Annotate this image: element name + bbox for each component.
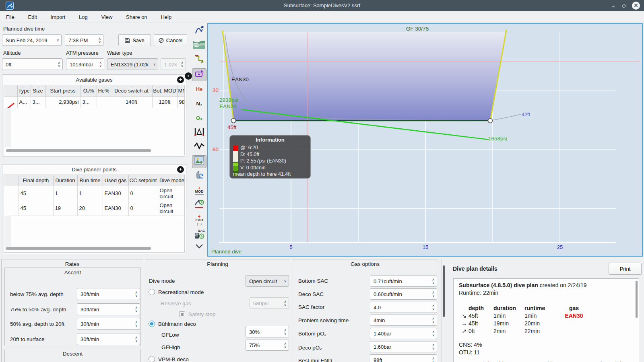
menu-edit[interactable]: Edit [22, 11, 43, 23]
col-deco-switch[interactable]: Deco switch at [111, 85, 152, 96]
menu-help[interactable]: Help [155, 11, 178, 23]
spin-arrows-icon[interactable]: ∧∨ [98, 37, 101, 43]
rate-label: below 75% avg. depth [10, 291, 64, 297]
tooltip-pressure: P: 2,557psi (EAN30) [240, 158, 291, 165]
pn2-graph-icon[interactable]: N₂ [192, 97, 206, 110]
rate-label: 75% to 50% avg. depth [10, 306, 66, 313]
waypoint-handle[interactable] [231, 119, 236, 123]
add-gas-button[interactable]: + [177, 76, 184, 83]
atm-pressure-stepper[interactable]: 1013mbar ∧∨ [66, 58, 104, 70]
descent-group: Descent [4, 349, 141, 362]
col-mnd[interactable]: MND [177, 85, 185, 96]
bottom-depth-label: 45ft [227, 124, 237, 130]
planned-dive-time-label: Planned dive time [3, 26, 45, 32]
collapse-panel-handle[interactable]: › [185, 72, 192, 80]
phe-graph-icon[interactable]: He [192, 83, 206, 96]
horizontal-scrollbar[interactable] [6, 149, 151, 152]
details-text-scrollbar[interactable] [636, 281, 638, 318]
col-used-gas[interactable]: Used gas [103, 175, 128, 186]
gflow-stepper[interactable]: 30%∧∨ [246, 326, 289, 337]
menu-bar: File Edit Import Log View Share on Help [0, 11, 644, 23]
reserve-gas-stepper: 580psi∧∨ [250, 297, 289, 309]
horizontal-scrollbar[interactable] [6, 247, 151, 250]
cancel-button[interactable]: Cancel [154, 34, 187, 46]
sac-factor-stepper[interactable]: 4.0∧∨ [370, 302, 437, 313]
menu-import[interactable]: Import [45, 11, 72, 23]
gfhigh-stepper[interactable]: 75%∧∨ [246, 339, 289, 351]
col-cc-setpoint[interactable]: CC setpoint [128, 175, 158, 186]
calculated-ceiling-icon[interactable] [192, 54, 206, 67]
profile-settings-icon[interactable] [192, 25, 206, 38]
ruler-icon[interactable] [192, 126, 206, 139]
ascent-rate-stepper[interactable]: 30ft/min∧∨ [77, 333, 140, 345]
ead-icon[interactable]: + EAD (···) [192, 213, 206, 226]
planned-dive-label: Planned dive [211, 249, 242, 255]
waves-scale-icon[interactable] [192, 39, 206, 52]
recreational-mode-radio[interactable] [149, 289, 155, 295]
col-size[interactable]: Size [31, 85, 45, 96]
tooltip-time: @: 6:20 [240, 144, 291, 151]
menu-log[interactable]: Log [73, 11, 94, 23]
minimize-icon[interactable]: ⌄ [609, 2, 617, 10]
gas-change-icon[interactable] [192, 170, 206, 183]
col-start-press[interactable]: Start press [45, 85, 80, 96]
deco-po2-stepper[interactable]: 1.60bar∧∨ [370, 341, 437, 352]
table-row[interactable]: A... 3... 2,938psi 3... 140ft 120ft 98ft [4, 96, 185, 108]
add-point-button[interactable]: + [177, 166, 184, 173]
ndl-tts-icon[interactable] [192, 199, 206, 212]
mod-icon[interactable]: + MOD [192, 184, 206, 197]
rates-title: Rates [2, 261, 143, 267]
col-run-time[interactable]: Run time [77, 175, 103, 186]
ascent-rate-stepper[interactable]: 30ft/min∧∨ [77, 303, 140, 315]
dive-time-stepper[interactable]: 7:38 PM ∧∨ [65, 34, 103, 46]
plan-col-depth: depth [469, 304, 493, 312]
col-he[interactable]: He% [97, 85, 111, 96]
dive-profile-chart[interactable]: GF 30/75 EAN30 30 60 2938psi EAN30 45ft … [207, 23, 643, 257]
spin-arrows-icon[interactable]: ∧∨ [58, 61, 60, 68]
bottom-sac-stepper[interactable]: 0.71cuft/min∧∨ [370, 276, 437, 287]
bottom-po2-stepper[interactable]: 1.40bar∧∨ [370, 328, 437, 339]
details-panel-scrollbar[interactable] [443, 265, 445, 317]
col-bot-mod[interactable]: Bot. MOD [152, 85, 177, 96]
best-mix-end-stepper[interactable]: 98ft∧∨ [370, 354, 437, 362]
deco-sac-stepper[interactable]: 0.60cuft/min∧∨ [370, 288, 437, 300]
dive-plan-details-title: Dive plan details [453, 265, 497, 272]
dive-mode-select[interactable]: Open circuit ∨ [246, 275, 289, 287]
toolbar-scroll-down-icon[interactable] [192, 243, 206, 256]
problem-solving-time-stepper[interactable]: 4min∧∨ [370, 315, 437, 326]
ascent-rate-stepper[interactable]: 30ft/min∧∨ [77, 288, 140, 300]
po2-graph-icon[interactable]: O₂ [192, 112, 206, 125]
dc-reported-ceiling-icon[interactable] [192, 68, 206, 81]
available-gases-table: Type Size Start press O₂% He% Deco switc… [4, 85, 185, 155]
col-final-depth[interactable]: Final depth [19, 175, 53, 186]
heart-rate-icon[interactable] [192, 141, 206, 154]
sac-rate-icon[interactable]: SAC [192, 228, 206, 241]
vpmb-deco-radio[interactable] [149, 356, 155, 362]
menu-file[interactable]: File [0, 11, 21, 23]
dive-date-select[interactable]: Sun Feb 24, 2019 ∨ [2, 34, 62, 46]
buhlmann-deco-radio[interactable] [149, 321, 155, 327]
dive-plan-details-box[interactable]: Subsurface (4.8.5.0) dive plan created o… [453, 278, 639, 362]
ascent-rate-stepper[interactable]: 30ft/min∧∨ [77, 318, 140, 330]
col-type[interactable]: Type [17, 85, 31, 96]
row-header-strip [4, 216, 10, 250]
table-row[interactable]: 45 1 1 EAN30 0 Open circuit [4, 186, 185, 201]
close-icon[interactable]: ✕ [632, 2, 640, 10]
menu-view[interactable]: View [95, 11, 118, 23]
title-bar: Subsurface: SampleDivesV2.ssrf ⌄ ◇ ✕ [0, 0, 644, 11]
water-type-select[interactable]: EN13319 (1.02k ∨ [107, 58, 158, 70]
waypoint-handle[interactable] [488, 119, 493, 123]
altitude-stepper[interactable]: 0ft ∧∨ [2, 58, 63, 70]
save-button[interactable]: Save [118, 34, 151, 46]
col-dive-mode[interactable]: Dive mode [158, 175, 185, 186]
table-row[interactable]: 45 19 20 EAN30 0 Open circuit [4, 201, 185, 216]
col-duration[interactable]: Duration [53, 175, 77, 186]
pictures-icon[interactable] [192, 155, 206, 168]
spin-arrows-icon[interactable]: ∧∨ [99, 61, 102, 68]
safety-stop-label: Safety stop [188, 311, 216, 317]
col-o2[interactable]: O₂% [80, 85, 97, 96]
plan-col-duration: duration [493, 304, 524, 312]
print-button[interactable]: Print [609, 263, 642, 275]
menu-share-on[interactable]: Share on [120, 11, 153, 23]
maximize-icon[interactable]: ◇ [620, 2, 628, 10]
